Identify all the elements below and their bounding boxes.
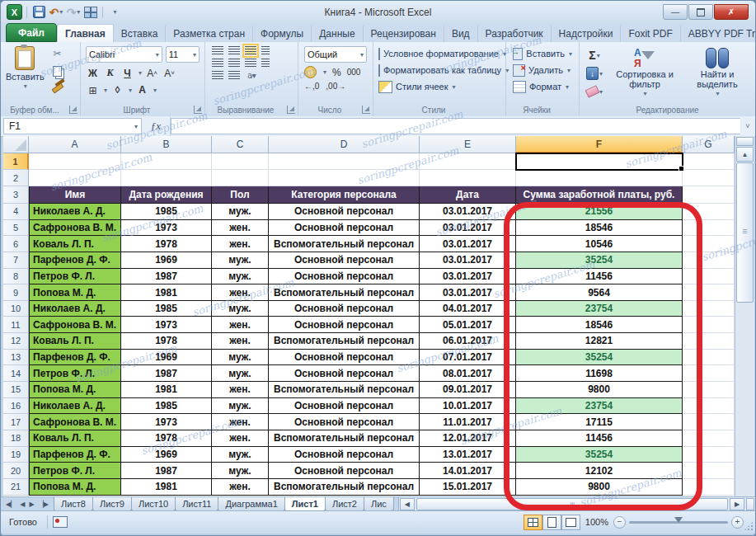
dialog-launcher-icon[interactable] xyxy=(69,106,77,114)
cell-A14[interactable]: Петров Ф. Л. xyxy=(29,365,121,382)
cell-A5[interactable]: Сафронова В. М. xyxy=(29,220,121,237)
format-painter-button[interactable] xyxy=(49,81,66,96)
cell-A19[interactable]: Парфенов Д. Ф. xyxy=(29,447,121,463)
cell-E4[interactable]: 03.01.2017 xyxy=(420,204,516,220)
table-header-C3[interactable]: Пол xyxy=(212,186,269,204)
conditional-formatting-button[interactable]: Условное форматирование▾ xyxy=(378,45,500,62)
vertical-scrollbar[interactable]: ▲ xyxy=(735,136,754,496)
align-right-button[interactable] xyxy=(245,59,256,68)
fill-color-button[interactable]: ◊ xyxy=(110,83,124,97)
cell-E2[interactable] xyxy=(420,170,516,186)
first-sheet-icon[interactable]: ◀▏ xyxy=(4,500,17,509)
cell-B12[interactable]: 1978 xyxy=(121,333,212,350)
cell-E5[interactable]: 03.01.2017 xyxy=(420,220,516,237)
sheet-tab-Лист10[interactable]: Лист10 xyxy=(131,497,176,511)
row-header-13[interactable]: 13 xyxy=(3,350,29,366)
cell-D15[interactable]: Вспомогательный персонал xyxy=(269,382,420,398)
increase-decimal-button[interactable]: ←,0 xyxy=(304,82,319,91)
underline-button[interactable]: Ч xyxy=(120,66,134,80)
row-header-11[interactable]: 11 xyxy=(3,317,29,333)
normal-view-button[interactable] xyxy=(524,515,542,530)
cell-styles-button[interactable]: Стили ячеек▾ xyxy=(378,78,500,95)
cell-D11[interactable]: Основной персонал xyxy=(269,317,420,333)
paste-button[interactable]: Вставить ▾ xyxy=(2,44,48,103)
cell-A12[interactable]: Коваль Л. П. xyxy=(29,333,121,350)
row-header-6[interactable]: 6 xyxy=(3,236,29,252)
cell-E17[interactable]: 11.01.2017 xyxy=(420,414,516,430)
cell-F18[interactable]: 11456 xyxy=(516,430,683,447)
table-header-F3[interactable]: Сумма заработной платы, руб. xyxy=(516,186,683,204)
cell-B13[interactable]: 1969 xyxy=(121,350,212,366)
cell-E21[interactable]: 15.01.2017 xyxy=(420,479,516,496)
cell-B20[interactable]: 1987 xyxy=(121,463,212,479)
cell-G11[interactable] xyxy=(683,317,735,333)
cell-C4[interactable]: муж. xyxy=(212,204,269,220)
cell-C2[interactable] xyxy=(212,170,269,186)
sheet-tab-Лист11[interactable]: Лист11 xyxy=(175,497,218,511)
cell-D9[interactable]: Вспомогательный персонал xyxy=(269,284,420,301)
last-sheet-icon[interactable]: ▕▶ xyxy=(37,500,50,509)
copy-button[interactable] xyxy=(49,63,66,78)
cell-G18[interactable] xyxy=(683,430,735,447)
percent-format-button[interactable]: % xyxy=(332,67,341,78)
cell-G21[interactable] xyxy=(683,479,735,496)
sheet-tab-Лист1[interactable]: Лист1 xyxy=(284,497,326,511)
cell-F14[interactable]: 11698 xyxy=(516,365,683,382)
cell-E19[interactable]: 13.01.2017 xyxy=(420,447,516,463)
tab-r2[interactable]: Вставка xyxy=(114,26,167,42)
tab-r9[interactable]: Надстройки xyxy=(552,26,622,42)
cell-F15[interactable]: 9800 xyxy=(516,382,683,398)
prev-sheet-icon[interactable]: ◀ xyxy=(18,500,26,509)
cell-A1[interactable] xyxy=(29,153,121,170)
cell-B18[interactable]: 1978 xyxy=(121,430,212,447)
cell-C12[interactable]: жен. xyxy=(212,333,269,350)
cell-G15[interactable] xyxy=(683,382,735,398)
cell-G16[interactable] xyxy=(683,398,735,415)
row-header-16[interactable]: 16 xyxy=(3,398,29,415)
cell-A18[interactable]: Коваль Л. П. xyxy=(29,430,121,447)
cell-A6[interactable]: Коваль Л. П. xyxy=(29,236,121,252)
cell-A11[interactable]: Сафронова В. М. xyxy=(29,317,121,333)
row-header-17[interactable]: 17 xyxy=(3,414,29,430)
cell-C19[interactable]: муж. xyxy=(212,447,269,463)
row-header-2[interactable]: 2 xyxy=(3,170,29,186)
cell-F7[interactable]: 35254 xyxy=(516,252,683,269)
cell-D19[interactable]: Основной персонал xyxy=(269,447,420,463)
select-all-corner[interactable] xyxy=(3,136,29,153)
scroll-left-icon[interactable]: ◀ xyxy=(400,498,415,510)
cell-E16[interactable]: 10.01.2017 xyxy=(420,398,516,415)
clear-button[interactable]: ▾ xyxy=(586,84,603,99)
row-header-5[interactable]: 5 xyxy=(3,220,29,237)
cell-F16[interactable]: 23754 xyxy=(516,398,683,415)
sheet-tab-Лист2[interactable]: Лист2 xyxy=(325,497,364,511)
wrap-text-button[interactable]: а̷▾ xyxy=(245,71,259,80)
cut-button[interactable]: ✂ xyxy=(49,46,66,61)
cell-E9[interactable]: 03.01.2017 xyxy=(420,284,516,301)
cell-F13[interactable]: 35254 xyxy=(516,350,683,366)
tab-home[interactable]: Главная xyxy=(57,24,114,42)
align-left-button[interactable] xyxy=(212,59,223,68)
cell-G13[interactable] xyxy=(683,350,735,366)
orientation-button[interactable] xyxy=(261,46,270,55)
cell-B11[interactable]: 1973 xyxy=(121,317,212,333)
cell-D12[interactable]: Вспомогательный персонал xyxy=(269,333,420,350)
cell-C9[interactable]: жен. xyxy=(212,284,269,301)
table-view-button[interactable] xyxy=(83,5,98,20)
cell-B5[interactable]: 1973 xyxy=(121,220,212,237)
font-name-combo[interactable]: Calibri▾ xyxy=(86,46,162,63)
cell-C13[interactable]: муж. xyxy=(212,350,269,366)
cell-D2[interactable] xyxy=(269,170,420,186)
row-header-19[interactable]: 19 xyxy=(3,447,29,463)
row-header-9[interactable]: 9 xyxy=(3,284,29,301)
align-center-button[interactable] xyxy=(228,59,240,68)
cell-C10[interactable]: муж. xyxy=(212,301,269,317)
zoom-level[interactable]: 100% xyxy=(585,517,608,527)
cell-D8[interactable]: Основной персонал xyxy=(269,269,420,285)
cell-G4[interactable] xyxy=(683,204,735,220)
cell-A20[interactable]: Петров Ф. Л. xyxy=(29,463,121,479)
cell-C16[interactable]: муж. xyxy=(212,398,269,415)
cell-A4[interactable]: Николаев А. Д. xyxy=(29,204,121,220)
column-header-C[interactable]: C xyxy=(212,136,269,153)
cell-G6[interactable] xyxy=(683,236,735,252)
scroll-up-icon[interactable]: ▲ xyxy=(736,147,754,162)
